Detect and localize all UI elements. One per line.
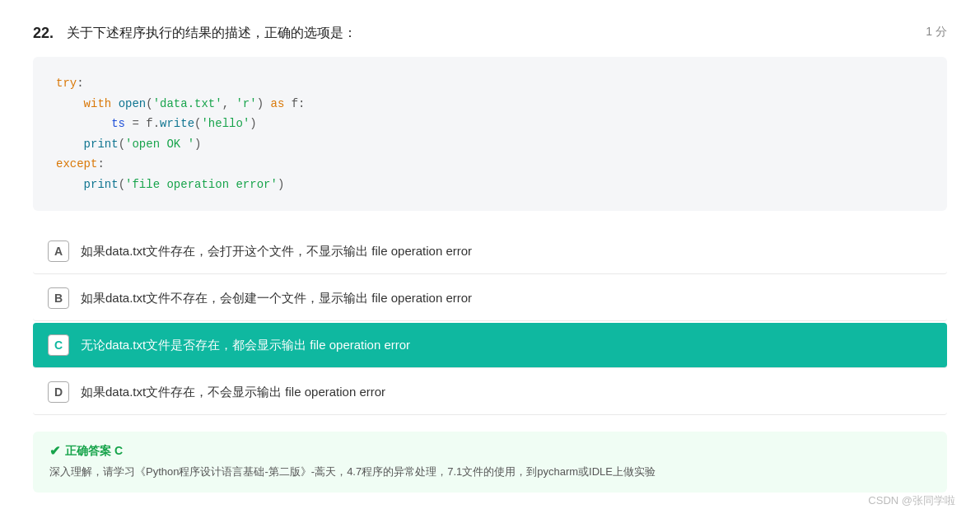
option-d[interactable]: D 如果data.txt文件存在，不会显示输出 file operation e… [33, 370, 947, 415]
check-icon: ✔ [49, 443, 60, 459]
option-b[interactable]: B 如果data.txt文件不存在，会创建一个文件，显示输出 file oper… [33, 276, 947, 321]
option-c-text: 无论data.txt文件是否存在，都会显示输出 file operation e… [81, 338, 410, 353]
option-b-label: B [48, 287, 69, 309]
option-d-label: D [48, 381, 69, 403]
option-c-label: C [48, 334, 69, 356]
option-d-text: 如果data.txt文件存在，不会显示输出 file operation err… [81, 385, 385, 400]
code-block: try: with open('data.txt', 'r') as f: ts… [33, 57, 947, 211]
option-b-text: 如果data.txt文件不存在，会创建一个文件，显示输出 file operat… [81, 291, 472, 306]
question-score: 1 分 [926, 25, 947, 40]
question-text: 关于下述程序执行的结果的描述，正确的选项是： [67, 25, 909, 42]
options-list: A 如果data.txt文件存在，会打开这个文件，不显示输出 file oper… [33, 229, 947, 417]
answer-correct-label: 正确答案 C [65, 444, 123, 459]
answer-correct: ✔ 正确答案 C [49, 443, 931, 459]
option-a-label: A [48, 240, 69, 262]
option-a-text: 如果data.txt文件存在，会打开这个文件，不显示输出 file operat… [81, 244, 472, 259]
question-number: 22. [33, 25, 54, 42]
option-c[interactable]: C 无论data.txt文件是否存在，都会显示输出 file operation… [33, 323, 947, 368]
answer-box: ✔ 正确答案 C 深入理解，请学习《Python程序设计语言基础-第二版》-蒿天… [33, 432, 947, 493]
csdn-watermark: CSDN @张同学啦 [868, 493, 955, 508]
answer-detail: 深入理解，请学习《Python程序设计语言基础-第二版》-蒿天，4.7程序的异常… [49, 464, 931, 481]
option-a[interactable]: A 如果data.txt文件存在，会打开这个文件，不显示输出 file oper… [33, 229, 947, 274]
